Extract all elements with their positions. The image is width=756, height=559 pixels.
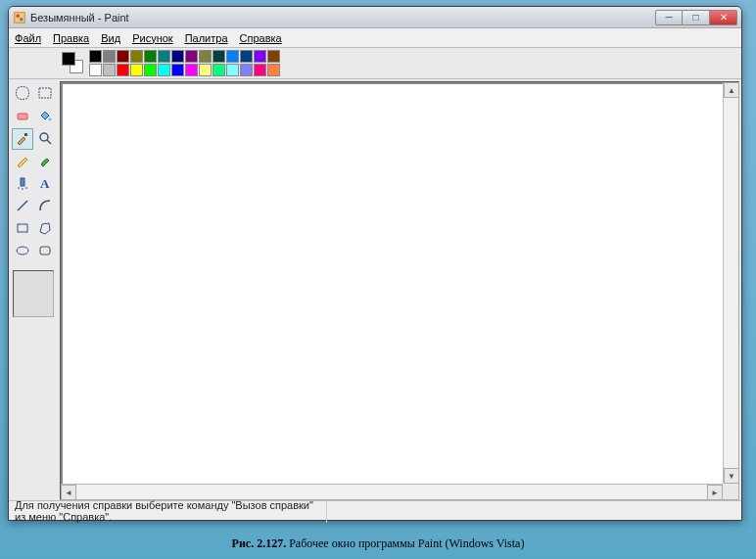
- hscroll-track[interactable]: [76, 485, 707, 499]
- airbrush-icon: [15, 175, 30, 193]
- color-swatch[interactable]: [226, 50, 239, 63]
- color-swatch[interactable]: [144, 50, 157, 63]
- tool-text[interactable]: A: [34, 173, 56, 195]
- color-swatch[interactable]: [117, 64, 129, 76]
- titlebar[interactable]: Безымянный - Paint ─ □ ✕: [9, 7, 741, 28]
- svg-line-14: [18, 201, 27, 210]
- vscroll-track[interactable]: [724, 98, 738, 468]
- color-toolbar: [9, 48, 741, 79]
- color-swatch[interactable]: [171, 64, 184, 76]
- color-swatch[interactable]: [267, 64, 280, 76]
- color-swatch[interactable]: [89, 64, 102, 76]
- caption-text: Рабочее окно программы Paint (Windows Vi…: [286, 536, 524, 550]
- color-swatch[interactable]: [185, 50, 198, 63]
- color-swatch[interactable]: [158, 50, 170, 63]
- tool-airbrush[interactable]: [12, 173, 33, 195]
- svg-rect-3: [39, 88, 51, 98]
- color-swatch[interactable]: [199, 64, 212, 76]
- tool-picker[interactable]: [12, 128, 33, 150]
- svg-rect-17: [40, 247, 50, 255]
- free-select-icon: [15, 85, 30, 103]
- color-swatch[interactable]: [144, 64, 157, 76]
- maximize-button[interactable]: □: [683, 10, 710, 25]
- color-swatch[interactable]: [117, 50, 129, 63]
- scroll-right-icon[interactable]: ►: [707, 485, 723, 500]
- tool-fill[interactable]: [34, 106, 56, 127]
- caption-label: Рис. 2.127.: [232, 536, 287, 550]
- svg-rect-15: [18, 224, 27, 232]
- color-swatch[interactable]: [240, 64, 253, 76]
- picker-icon: [15, 130, 30, 148]
- color-swatch[interactable]: [213, 50, 225, 63]
- color-swatch[interactable]: [103, 64, 116, 76]
- menu-view[interactable]: Вид: [101, 32, 120, 44]
- polygon-icon: [37, 220, 53, 238]
- color-swatch[interactable]: [185, 64, 198, 76]
- scroll-down-icon[interactable]: ▼: [724, 468, 739, 484]
- color-swatch[interactable]: [103, 50, 116, 63]
- svg-point-16: [17, 247, 28, 255]
- vertical-scrollbar[interactable]: ▲ ▼: [723, 82, 738, 484]
- window-title: Безымянный - Paint: [30, 12, 655, 23]
- figure-caption: Рис. 2.127. Рабочее окно программы Paint…: [0, 536, 756, 551]
- tool-polygon[interactable]: [34, 218, 56, 240]
- color-swatch[interactable]: [254, 64, 266, 76]
- foreground-color[interactable]: [62, 52, 75, 66]
- svg-point-11: [22, 188, 24, 190]
- menu-file[interactable]: Файл: [15, 32, 41, 44]
- statusbar: Для получения справки выберите команду "…: [9, 500, 741, 520]
- color-swatch[interactable]: [267, 50, 280, 63]
- color-swatch[interactable]: [130, 64, 143, 76]
- tool-rectangle[interactable]: [12, 218, 33, 240]
- round-rect-icon: [37, 243, 53, 260]
- drawing-canvas[interactable]: [63, 84, 723, 484]
- window-controls: ─ □ ✕: [655, 10, 737, 25]
- tool-brush[interactable]: [34, 151, 56, 172]
- menu-help[interactable]: Справка: [240, 32, 282, 44]
- svg-rect-0: [15, 12, 25, 23]
- scroll-up-icon[interactable]: ▲: [724, 82, 739, 98]
- close-button[interactable]: ✕: [710, 10, 737, 25]
- menu-image[interactable]: Рисунок: [132, 32, 173, 44]
- tool-rect-select[interactable]: [34, 83, 56, 105]
- current-colors[interactable]: [62, 52, 83, 73]
- horizontal-scrollbar[interactable]: ◄ ►: [61, 484, 723, 499]
- svg-rect-4: [18, 114, 27, 119]
- color-swatch[interactable]: [158, 64, 170, 76]
- scroll-left-icon[interactable]: ◄: [61, 485, 76, 500]
- color-swatch[interactable]: [240, 50, 253, 63]
- color-swatch[interactable]: [89, 50, 102, 63]
- tool-pencil[interactable]: [12, 151, 33, 172]
- color-swatch[interactable]: [213, 64, 225, 76]
- tool-eraser[interactable]: [12, 106, 33, 127]
- svg-text:A: A: [40, 176, 50, 191]
- menu-palette[interactable]: Палитра: [185, 32, 228, 44]
- tool-round-rect[interactable]: [34, 241, 56, 262]
- tool-curve[interactable]: [34, 196, 56, 217]
- menubar: Файл Правка Вид Рисунок Палитра Справка: [9, 28, 741, 48]
- tool-line[interactable]: [12, 196, 33, 217]
- color-swatch[interactable]: [254, 50, 266, 63]
- tool-free-select[interactable]: [12, 83, 33, 105]
- paint-app-icon: [13, 11, 26, 24]
- color-box: [62, 50, 280, 76]
- palette-row-1: [89, 50, 280, 63]
- color-swatch[interactable]: [130, 50, 143, 63]
- tool-ellipse[interactable]: [12, 241, 33, 262]
- svg-line-8: [47, 140, 51, 144]
- main-area: A ▲ ▼ ◄ ►: [9, 79, 741, 500]
- svg-point-7: [40, 133, 48, 141]
- color-palette: [89, 50, 280, 76]
- color-swatch[interactable]: [226, 64, 239, 76]
- tool-magnifier[interactable]: [34, 128, 56, 150]
- color-swatch[interactable]: [171, 50, 184, 63]
- magnifier-icon: [37, 130, 53, 148]
- svg-point-12: [25, 187, 27, 189]
- eraser-icon: [15, 108, 30, 125]
- tool-options[interactable]: [13, 270, 54, 317]
- color-swatch[interactable]: [199, 50, 212, 63]
- minimize-button[interactable]: ─: [655, 10, 683, 25]
- brush-icon: [37, 153, 53, 170]
- canvas-area: ▲ ▼ ◄ ►: [60, 81, 739, 500]
- menu-edit[interactable]: Правка: [53, 32, 89, 44]
